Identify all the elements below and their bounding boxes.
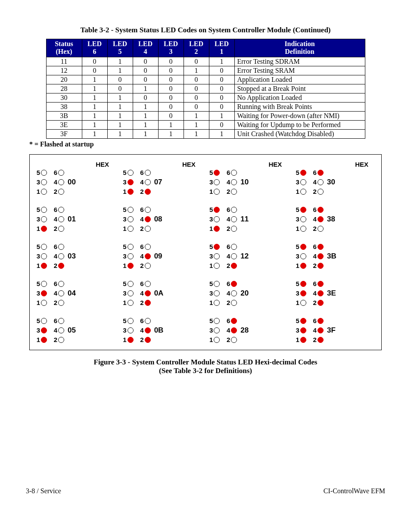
led-number: 1 xyxy=(121,336,127,343)
led-icon xyxy=(58,253,64,259)
led-number: 4 xyxy=(311,215,317,223)
table-row: 38111000Running with Break Points xyxy=(46,102,365,111)
led-number: 6 xyxy=(139,317,144,324)
led-number: 2 xyxy=(311,262,317,269)
led-number: 4 xyxy=(311,252,317,260)
led-icon xyxy=(145,207,151,213)
led-number: 1 xyxy=(294,188,299,195)
led-icon xyxy=(41,300,47,306)
led-block: 5 63 41 211 xyxy=(208,205,290,233)
table-row: 28101000Stopped at a Break Point xyxy=(46,84,365,93)
led-icon xyxy=(214,263,220,269)
led-icon xyxy=(318,253,324,259)
led-number: 5 xyxy=(294,280,299,287)
value-cell: 1 xyxy=(107,102,133,111)
led-number: 6 xyxy=(52,206,57,213)
led-icon xyxy=(300,253,306,259)
hex-value: 12 xyxy=(240,252,249,261)
led-icon xyxy=(231,318,237,324)
led-number: 6 xyxy=(139,206,144,213)
value-cell: 0 xyxy=(158,66,184,75)
led-icon xyxy=(128,263,134,269)
value-cell: 38 xyxy=(46,102,82,111)
led-icon xyxy=(41,170,47,176)
led-number: 4 xyxy=(311,178,317,186)
led-number: 6 xyxy=(52,317,57,324)
led-number: 3 xyxy=(121,252,127,260)
led-number: 5 xyxy=(35,206,40,213)
led-icon xyxy=(128,207,134,213)
led-number: 3 xyxy=(208,252,213,260)
value-cell: 1 xyxy=(133,111,158,120)
value-cell: 1 xyxy=(184,120,209,129)
led-block: 5 63 41 220 xyxy=(208,279,290,308)
led-number: 4 xyxy=(311,289,317,297)
led-number: 1 xyxy=(294,336,299,343)
led-icon xyxy=(300,226,306,232)
led-number: 6 xyxy=(225,243,230,250)
led-icon xyxy=(58,207,64,213)
value-cell: 1 xyxy=(107,129,133,138)
led-number: 2 xyxy=(52,188,57,195)
value-cell: 1 xyxy=(158,129,184,138)
table-header: Status(Hex) xyxy=(46,39,82,57)
status-table: Status(Hex)LED6LED5LED4LED3LED2LED1Indic… xyxy=(46,39,365,139)
led-number: 4 xyxy=(225,178,230,186)
led-icon xyxy=(300,170,306,176)
value-cell: 1 xyxy=(107,93,133,102)
led-number: 2 xyxy=(225,336,230,343)
led-number: 6 xyxy=(311,317,317,324)
table-row: 11010001Error Testing SDRAM xyxy=(46,57,365,66)
led-number: 3 xyxy=(208,178,213,186)
led-number: 3 xyxy=(208,289,213,297)
led-number: 6 xyxy=(52,243,57,250)
led-icon xyxy=(58,179,64,185)
led-icon xyxy=(318,170,324,176)
led-number: 6 xyxy=(139,169,144,176)
led-number: 4 xyxy=(225,252,230,260)
led-block: 5 63 41 23B xyxy=(294,242,376,271)
led-icon xyxy=(128,327,134,333)
table-row: 12010010Error Testing SRAM xyxy=(46,66,365,75)
led-icon xyxy=(231,244,237,250)
value-cell: 1 xyxy=(82,120,107,129)
table-header: LED2 xyxy=(184,39,209,57)
led-icon xyxy=(231,300,237,306)
hex-value: 05 xyxy=(68,326,76,335)
value-cell: 0 xyxy=(184,93,209,102)
value-cell: 1 xyxy=(82,102,107,111)
led-icon xyxy=(128,337,134,343)
value-cell: 1 xyxy=(184,66,209,75)
value-cell: 0 xyxy=(209,120,234,129)
led-number: 3 xyxy=(121,289,127,297)
led-number: 2 xyxy=(311,188,317,195)
value-cell: 11 xyxy=(46,57,82,66)
led-icon xyxy=(145,189,151,195)
value-cell: 1 xyxy=(82,75,107,84)
led-icon xyxy=(300,244,306,250)
led-number: 2 xyxy=(139,225,144,232)
led-number: 4 xyxy=(139,215,144,223)
value-cell: 1 xyxy=(209,57,234,66)
led-icon xyxy=(214,318,220,324)
led-number: 5 xyxy=(121,206,127,213)
value-cell: 1 xyxy=(184,111,209,120)
value-cell: 1 xyxy=(133,120,158,129)
led-icon xyxy=(145,216,151,222)
led-number: 5 xyxy=(294,317,299,324)
led-number: 3 xyxy=(294,289,299,297)
value-cell: 0 xyxy=(158,75,184,84)
led-number: 6 xyxy=(52,169,57,176)
led-number: 3 xyxy=(121,327,127,334)
value-cell: 1 xyxy=(133,102,158,111)
table-row: 3F111111Unit Crashed (Watchdog Disabled) xyxy=(46,129,365,138)
led-icon xyxy=(214,189,220,195)
led-number: 5 xyxy=(208,206,213,213)
led-number: 1 xyxy=(208,188,213,195)
hex-value: 10 xyxy=(240,178,249,187)
led-icon xyxy=(300,189,306,195)
indication-cell: Unit Crashed (Watchdog Disabled) xyxy=(234,129,365,138)
led-icon xyxy=(231,327,237,333)
led-number: 6 xyxy=(225,317,230,324)
led-icon xyxy=(318,337,324,343)
